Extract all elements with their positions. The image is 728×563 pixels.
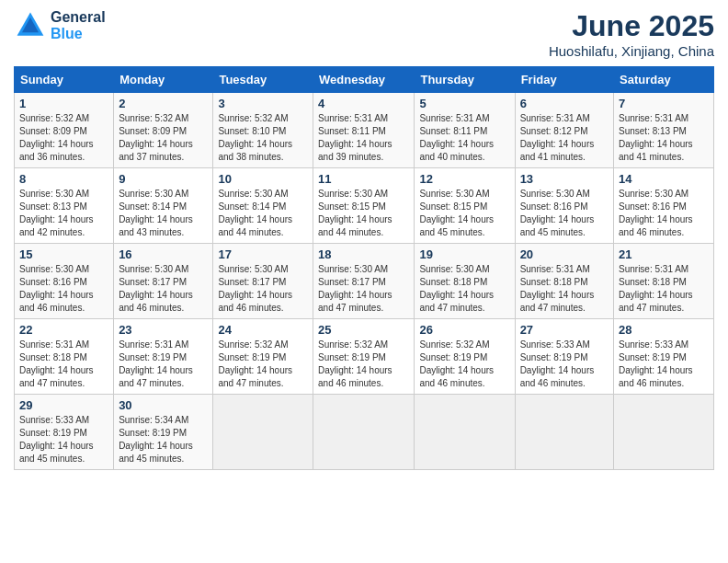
weekday-header-tuesday: Tuesday <box>213 67 313 93</box>
calendar-cell: 18Sunrise: 5:30 AM Sunset: 8:17 PM Dayli… <box>313 244 415 319</box>
day-info: Sunrise: 5:33 AM Sunset: 8:19 PM Dayligh… <box>619 339 709 390</box>
calendar-cell: 2Sunrise: 5:32 AM Sunset: 8:09 PM Daylig… <box>114 93 213 168</box>
day-info: Sunrise: 5:30 AM Sunset: 8:16 PM Dayligh… <box>19 263 108 315</box>
day-info: Sunrise: 5:30 AM Sunset: 8:15 PM Dayligh… <box>318 188 409 239</box>
weekday-header-sunday: Sunday <box>15 67 114 93</box>
calendar-cell <box>614 395 714 470</box>
day-number: 11 <box>318 172 409 186</box>
day-number: 14 <box>619 172 709 186</box>
calendar-cell <box>213 395 313 470</box>
calendar-cell: 13Sunrise: 5:30 AM Sunset: 8:16 PM Dayli… <box>515 168 613 244</box>
day-info: Sunrise: 5:32 AM Sunset: 8:19 PM Dayligh… <box>318 339 409 390</box>
day-number: 8 <box>19 172 108 186</box>
day-number: 20 <box>520 247 609 261</box>
day-number: 3 <box>218 97 308 110</box>
calendar-cell: 23Sunrise: 5:31 AM Sunset: 8:19 PM Dayli… <box>114 319 213 395</box>
calendar-cell: 26Sunrise: 5:32 AM Sunset: 8:19 PM Dayli… <box>415 319 515 395</box>
day-number: 18 <box>318 247 409 261</box>
calendar-cell: 11Sunrise: 5:30 AM Sunset: 8:15 PM Dayli… <box>313 168 415 244</box>
calendar-cell: 28Sunrise: 5:33 AM Sunset: 8:19 PM Dayli… <box>614 319 714 395</box>
calendar-cell: 19Sunrise: 5:30 AM Sunset: 8:18 PM Dayli… <box>415 244 515 319</box>
calendar-cell: 3Sunrise: 5:32 AM Sunset: 8:10 PM Daylig… <box>213 93 313 168</box>
day-number: 9 <box>119 172 208 186</box>
calendar-cell: 15Sunrise: 5:30 AM Sunset: 8:16 PM Dayli… <box>15 244 114 319</box>
day-number: 23 <box>119 323 208 337</box>
day-number: 13 <box>520 172 609 186</box>
day-info: Sunrise: 5:31 AM Sunset: 8:18 PM Dayligh… <box>619 263 709 315</box>
calendar-cell: 22Sunrise: 5:31 AM Sunset: 8:18 PM Dayli… <box>15 319 114 395</box>
day-number: 22 <box>19 323 108 337</box>
day-info: Sunrise: 5:32 AM Sunset: 8:19 PM Dayligh… <box>419 339 509 390</box>
month-title: June 2025 <box>549 9 714 43</box>
day-info: Sunrise: 5:30 AM Sunset: 8:14 PM Dayligh… <box>218 188 308 239</box>
weekday-header-saturday: Saturday <box>614 67 714 93</box>
calendar-cell: 8Sunrise: 5:30 AM Sunset: 8:13 PM Daylig… <box>15 168 114 244</box>
day-number: 27 <box>520 323 609 337</box>
day-info: Sunrise: 5:30 AM Sunset: 8:13 PM Dayligh… <box>19 188 108 239</box>
day-number: 12 <box>419 172 509 186</box>
logo-text: General Blue <box>51 9 106 42</box>
day-number: 7 <box>619 97 709 110</box>
day-info: Sunrise: 5:33 AM Sunset: 8:19 PM Dayligh… <box>520 339 609 390</box>
calendar-cell <box>313 395 415 470</box>
calendar-cell: 7Sunrise: 5:31 AM Sunset: 8:13 PM Daylig… <box>614 93 714 168</box>
day-info: Sunrise: 5:31 AM Sunset: 8:19 PM Dayligh… <box>119 339 208 390</box>
calendar-cell: 14Sunrise: 5:30 AM Sunset: 8:16 PM Dayli… <box>614 168 714 244</box>
weekday-header-wednesday: Wednesday <box>313 67 415 93</box>
day-number: 21 <box>619 247 709 261</box>
calendar-cell: 20Sunrise: 5:31 AM Sunset: 8:18 PM Dayli… <box>515 244 613 319</box>
day-info: Sunrise: 5:30 AM Sunset: 8:17 PM Dayligh… <box>218 263 308 315</box>
day-number: 25 <box>318 323 409 337</box>
day-info: Sunrise: 5:32 AM Sunset: 8:09 PM Dayligh… <box>19 112 108 164</box>
day-number: 6 <box>520 97 609 110</box>
weekday-header-row: SundayMondayTuesdayWednesdayThursdayFrid… <box>15 67 714 93</box>
day-info: Sunrise: 5:34 AM Sunset: 8:19 PM Dayligh… <box>119 414 208 465</box>
day-info: Sunrise: 5:33 AM Sunset: 8:19 PM Dayligh… <box>19 414 108 465</box>
day-info: Sunrise: 5:31 AM Sunset: 8:11 PM Dayligh… <box>318 112 409 164</box>
calendar-cell: 10Sunrise: 5:30 AM Sunset: 8:14 PM Dayli… <box>213 168 313 244</box>
day-number: 4 <box>318 97 409 110</box>
day-number: 26 <box>419 323 509 337</box>
page-container: General Blue June 2025 Huoshilafu, Xinji… <box>0 0 728 479</box>
calendar-cell <box>515 395 613 470</box>
calendar-cell: 12Sunrise: 5:30 AM Sunset: 8:15 PM Dayli… <box>415 168 515 244</box>
header: General Blue June 2025 Huoshilafu, Xinji… <box>14 9 714 59</box>
weekday-header-thursday: Thursday <box>415 67 515 93</box>
calendar-cell: 4Sunrise: 5:31 AM Sunset: 8:11 PM Daylig… <box>313 93 415 168</box>
day-number: 17 <box>218 247 308 261</box>
day-info: Sunrise: 5:30 AM Sunset: 8:16 PM Dayligh… <box>520 188 609 239</box>
location: Huoshilafu, Xinjiang, China <box>549 43 714 59</box>
day-number: 10 <box>218 172 308 186</box>
day-number: 24 <box>218 323 308 337</box>
day-info: Sunrise: 5:31 AM Sunset: 8:11 PM Dayligh… <box>419 112 509 164</box>
day-number: 16 <box>119 247 208 261</box>
day-info: Sunrise: 5:31 AM Sunset: 8:13 PM Dayligh… <box>619 112 709 164</box>
weekday-header-monday: Monday <box>114 67 213 93</box>
day-number: 29 <box>19 398 108 412</box>
day-info: Sunrise: 5:30 AM Sunset: 8:16 PM Dayligh… <box>619 188 709 239</box>
day-info: Sunrise: 5:30 AM Sunset: 8:14 PM Dayligh… <box>119 188 208 239</box>
title-block: June 2025 Huoshilafu, Xinjiang, China <box>549 9 714 59</box>
day-number: 30 <box>119 398 208 412</box>
day-info: Sunrise: 5:30 AM Sunset: 8:18 PM Dayligh… <box>419 263 509 315</box>
calendar-cell: 9Sunrise: 5:30 AM Sunset: 8:14 PM Daylig… <box>114 168 213 244</box>
calendar-cell: 29Sunrise: 5:33 AM Sunset: 8:19 PM Dayli… <box>15 395 114 470</box>
day-info: Sunrise: 5:30 AM Sunset: 8:15 PM Dayligh… <box>419 188 509 239</box>
day-info: Sunrise: 5:32 AM Sunset: 8:19 PM Dayligh… <box>218 339 308 390</box>
calendar-table: SundayMondayTuesdayWednesdayThursdayFrid… <box>14 66 714 470</box>
weekday-header-friday: Friday <box>515 67 613 93</box>
calendar-cell: 24Sunrise: 5:32 AM Sunset: 8:19 PM Dayli… <box>213 319 313 395</box>
logo-icon <box>14 9 47 42</box>
day-number: 5 <box>419 97 509 110</box>
calendar-cell: 17Sunrise: 5:30 AM Sunset: 8:17 PM Dayli… <box>213 244 313 319</box>
logo: General Blue <box>14 9 106 42</box>
calendar-cell: 25Sunrise: 5:32 AM Sunset: 8:19 PM Dayli… <box>313 319 415 395</box>
calendar-cell: 30Sunrise: 5:34 AM Sunset: 8:19 PM Dayli… <box>114 395 213 470</box>
calendar-cell: 27Sunrise: 5:33 AM Sunset: 8:19 PM Dayli… <box>515 319 613 395</box>
day-info: Sunrise: 5:32 AM Sunset: 8:09 PM Dayligh… <box>119 112 208 164</box>
calendar-cell <box>415 395 515 470</box>
day-info: Sunrise: 5:31 AM Sunset: 8:18 PM Dayligh… <box>520 263 609 315</box>
calendar-cell: 21Sunrise: 5:31 AM Sunset: 8:18 PM Dayli… <box>614 244 714 319</box>
day-info: Sunrise: 5:31 AM Sunset: 8:12 PM Dayligh… <box>520 112 609 164</box>
calendar-cell: 1Sunrise: 5:32 AM Sunset: 8:09 PM Daylig… <box>15 93 114 168</box>
